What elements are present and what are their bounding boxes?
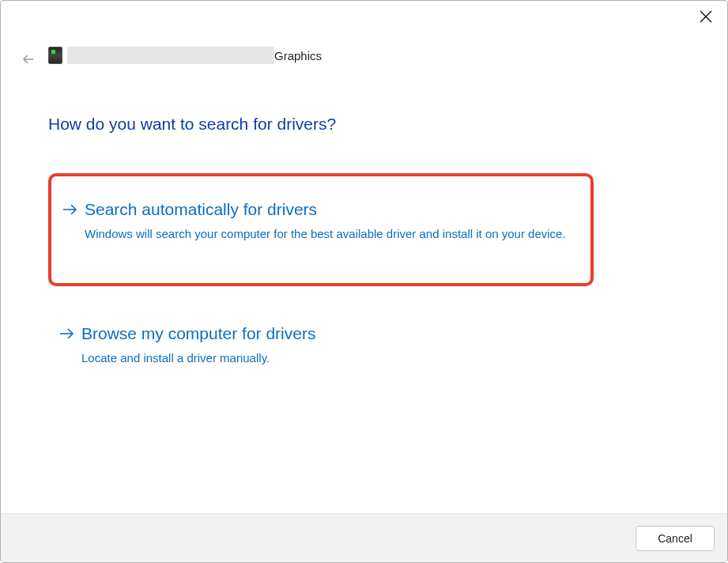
device-header: Graphics [48, 47, 680, 64]
option-description: Locate and install a driver manually. [81, 350, 315, 368]
option-description: Windows will search your computer for th… [85, 225, 566, 244]
dialog-footer: Cancel [1, 513, 727, 562]
page-heading: How do you want to search for drivers? [48, 115, 680, 134]
back-arrow-icon [21, 57, 36, 69]
arrow-right-icon [62, 202, 80, 219]
back-button[interactable] [20, 51, 37, 69]
dialog-body: Graphics How do you want to search for d… [1, 1, 727, 513]
device-card-icon [48, 47, 62, 64]
update-driver-dialog: Graphics How do you want to search for d… [0, 0, 728, 563]
option-title: Search automatically for drivers [85, 198, 566, 221]
option-browse-computer[interactable]: Browse my computer for drivers Locate an… [48, 308, 594, 388]
device-name-suffix: Graphics [274, 49, 322, 62]
option-title: Browse my computer for drivers [81, 323, 315, 345]
arrow-right-icon [59, 327, 77, 343]
device-name-redacted [67, 47, 274, 64]
options-list: Search automatically for drivers Windows… [48, 173, 680, 388]
cancel-button[interactable]: Cancel [636, 526, 715, 551]
option-search-automatically[interactable]: Search automatically for drivers Windows… [48, 173, 594, 286]
